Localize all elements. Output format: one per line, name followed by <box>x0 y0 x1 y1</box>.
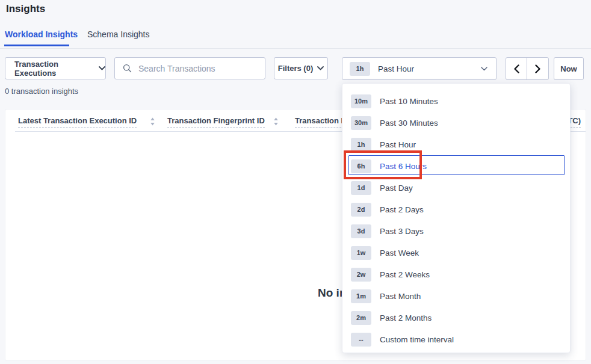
time-option-label: Past 2 Weeks <box>380 270 430 279</box>
time-range-dropdown: 10m Past 10 Minutes 30m Past 30 Minutes … <box>342 83 571 353</box>
active-tab-underline <box>4 45 69 46</box>
chevron-left-icon <box>513 64 520 73</box>
chevron-down-icon <box>99 66 105 70</box>
time-option-label: Past 6 Hours <box>380 162 427 171</box>
now-button-label: Now <box>560 64 577 73</box>
time-option-label: Past 2 Days <box>380 205 424 214</box>
time-option-past-2-days[interactable]: 2d Past 2 Days <box>342 199 570 220</box>
time-step-buttons <box>506 57 549 80</box>
time-option-past-3-days[interactable]: 3d Past 3 Days <box>342 220 570 242</box>
next-interval-button[interactable] <box>527 58 548 79</box>
time-option-badge: -- <box>351 333 371 347</box>
time-option-past-6-hours[interactable]: 6h Past 6 Hours <box>342 155 570 177</box>
time-option-label: Past 30 Minutes <box>380 119 438 128</box>
now-button[interactable]: Now <box>554 57 584 80</box>
time-option-badge: 6h <box>351 159 371 173</box>
time-option-badge: 30m <box>351 116 371 130</box>
time-option-past-10-minutes[interactable]: 10m Past 10 Minutes <box>342 90 570 112</box>
time-option-badge: 1w <box>351 246 371 260</box>
time-option-past-day[interactable]: 1d Past Day <box>342 177 570 199</box>
sort-icon[interactable] <box>150 117 155 128</box>
filters-button-label: Filters (0) <box>278 64 314 73</box>
time-option-past-2-months[interactable]: 2m Past 2 Months <box>342 307 570 329</box>
page-title: Insights <box>6 3 45 15</box>
search-icon <box>123 64 132 73</box>
time-option-badge: 2m <box>351 311 371 325</box>
time-option-label: Past Month <box>380 292 421 301</box>
search-input[interactable] <box>137 63 252 74</box>
time-option-badge: 1h <box>351 138 371 152</box>
filters-button[interactable]: Filters (0) <box>274 57 328 79</box>
tab-workload-insights[interactable]: Workload Insights <box>5 29 78 39</box>
previous-interval-button[interactable] <box>506 58 527 79</box>
insights-count: 0 transaction insights <box>5 87 78 96</box>
time-option-badge: 2w <box>351 268 371 282</box>
time-option-badge: 1d <box>351 181 371 195</box>
time-option-badge: 1m <box>351 289 371 303</box>
chevron-down-icon <box>317 66 324 70</box>
insight-type-select[interactable]: Transaction Executions <box>5 57 106 79</box>
time-option-label: Past 2 Months <box>380 313 432 322</box>
time-option-badge: 2d <box>351 203 371 217</box>
time-option-label: Custom time interval <box>380 335 454 344</box>
time-range-badge: 1h <box>350 62 370 76</box>
time-option-past-week[interactable]: 1w Past Week <box>342 242 570 264</box>
tab-schema-insights[interactable]: Schema Insights <box>87 29 150 39</box>
time-option-badge: 3d <box>351 224 371 238</box>
column-header-transaction-fingerprint-id[interactable]: Transaction Fingerprint ID <box>167 116 265 125</box>
time-option-past-2-weeks[interactable]: 2w Past 2 Weeks <box>342 264 570 285</box>
time-option-label: Past 10 Minutes <box>380 97 438 106</box>
time-option-label: Past Hour <box>380 140 416 149</box>
time-option-label: Past Day <box>380 184 413 193</box>
column-header-latest-transaction-execution-id[interactable]: Latest Transaction Execution ID <box>18 116 137 125</box>
chevron-right-icon <box>534 64 541 73</box>
time-range-label: Past Hour <box>378 64 414 73</box>
search-box[interactable] <box>114 57 265 79</box>
time-option-custom-time-interval[interactable]: -- Custom time interval <box>342 329 570 350</box>
chevron-down-icon <box>481 67 487 71</box>
time-option-past-hour[interactable]: 1h Past Hour <box>342 134 570 155</box>
time-option-past-30-minutes[interactable]: 30m Past 30 Minutes <box>342 112 570 134</box>
time-option-past-month[interactable]: 1m Past Month <box>342 285 570 307</box>
insight-type-select-label: Transaction Executions <box>14 60 93 78</box>
tabs-divider <box>0 48 591 49</box>
time-option-badge: 10m <box>351 94 371 108</box>
time-option-label: Past Week <box>380 248 419 258</box>
time-range-select[interactable]: 1h Past Hour <box>342 57 497 80</box>
sort-icon[interactable] <box>273 117 279 128</box>
time-option-label: Past 3 Days <box>380 227 424 236</box>
